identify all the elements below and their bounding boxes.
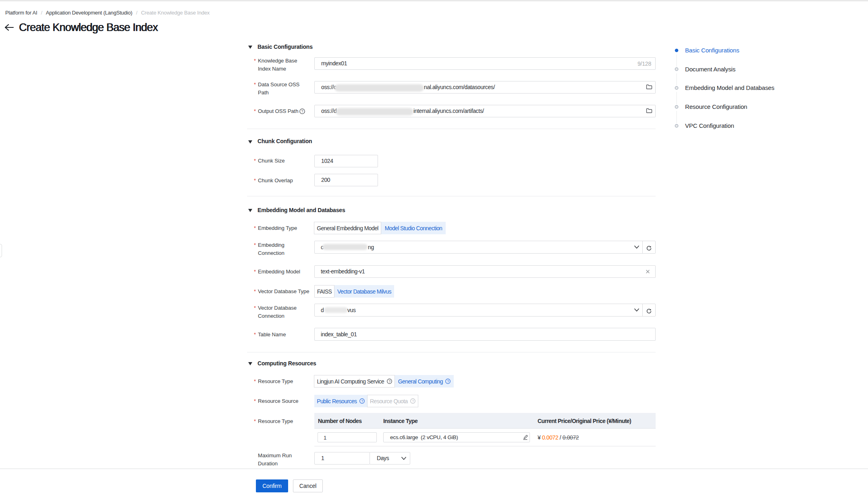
svg-text:?: ? [361,399,363,403]
svg-text:?: ? [388,379,390,383]
svg-text:?: ? [301,109,303,113]
svg-text:?: ? [447,379,449,383]
svg-text:?: ? [412,399,414,403]
